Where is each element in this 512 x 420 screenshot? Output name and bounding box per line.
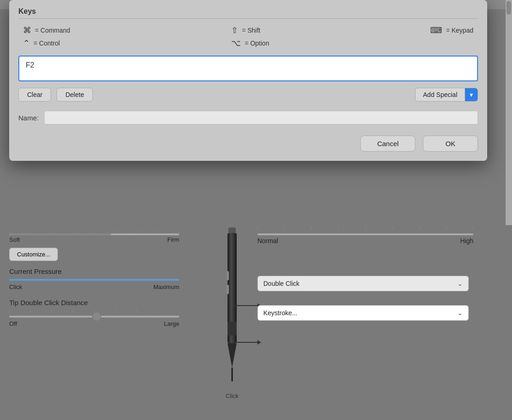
nh-tick3 xyxy=(311,226,312,229)
pen-svg xyxy=(218,225,246,391)
key-legend: ⌘ = Command ⌃ = Control ⇧ = Shift ⌥ = Op… xyxy=(18,25,478,48)
right-dropdowns-container: Double Click ⌄ Keystroke... ⌄ xyxy=(257,276,478,328)
scrollbar-thumb xyxy=(506,1,511,15)
keypad-label: = Keypad xyxy=(446,27,473,34)
nh-tick7 xyxy=(419,226,420,229)
firm-label: Firm xyxy=(167,236,179,243)
high-label: High xyxy=(460,237,473,244)
tip-tick8 xyxy=(158,310,158,313)
normal-high-section: Normal High xyxy=(257,225,483,244)
keypad-key-item: ⌨ = Keypad xyxy=(430,25,473,35)
normal-high-slider-track xyxy=(257,233,473,235)
maximum-label: Maximum xyxy=(154,284,179,290)
keystroke-dialog: Keys ⌘ = Command ⌃ = Control ⇧ = Shift ⌥… xyxy=(9,0,487,161)
large-label: Large xyxy=(164,320,179,327)
click-max-labels: Click Maximum xyxy=(9,284,179,290)
softness-section: Soft Firm Customize... Current Pressure … xyxy=(0,225,193,332)
action-btn-row: Cancel OK xyxy=(18,136,478,152)
command-icon: ⌘ xyxy=(23,25,31,35)
normal-high-labels: Normal High xyxy=(257,237,473,244)
tip-tick9 xyxy=(179,310,179,313)
command-key-item: ⌘ = Command xyxy=(23,25,70,35)
svg-marker-5 xyxy=(228,343,237,368)
shift-icon: ⇧ xyxy=(231,25,238,35)
nh-tick6 xyxy=(392,226,393,229)
delete-button[interactable]: Delete xyxy=(57,88,92,102)
current-pressure-label: Current Pressure xyxy=(9,267,184,275)
key-legend-col2: ⇧ = Shift ⌥ = Option xyxy=(231,25,269,48)
pen-click-label: Click xyxy=(226,392,239,399)
clear-button[interactable]: Clear xyxy=(18,88,51,102)
tip-tick3 xyxy=(51,310,52,313)
arrow-line-1 xyxy=(234,305,257,306)
off-label: Off xyxy=(9,320,17,327)
name-label: Name: xyxy=(18,114,39,122)
tip-tick1 xyxy=(9,310,10,313)
nh-tick2 xyxy=(284,226,285,229)
command-label: = Command xyxy=(35,27,70,34)
svg-rect-0 xyxy=(228,227,236,233)
name-row: Name: xyxy=(18,111,478,125)
ok-button[interactable]: OK xyxy=(423,136,478,152)
keystroke-label: Keystroke... xyxy=(263,309,297,317)
shift-key-item: ⇧ = Shift xyxy=(231,25,269,35)
dropdown2-chevron-icon: ⌄ xyxy=(457,309,463,317)
pressure-slider-track xyxy=(9,279,179,281)
key-legend-col3: ⌨ = Keypad xyxy=(430,25,473,48)
softness-slider-track xyxy=(9,233,179,235)
option-key-item: ⌥ = Option xyxy=(231,38,269,48)
right-scrollbar[interactable] xyxy=(506,0,512,225)
nh-tick5 xyxy=(365,226,366,229)
option-label: = Option xyxy=(245,40,269,47)
arrow-connector-2 xyxy=(234,340,261,345)
key-legend-col1: ⌘ = Command ⌃ = Control xyxy=(23,25,70,48)
tip-tick4 xyxy=(73,310,73,313)
slider-fill xyxy=(9,233,111,235)
name-input[interactable] xyxy=(44,111,478,125)
dialog-title: Keys xyxy=(18,7,478,19)
control-key-item: ⌃ = Control xyxy=(23,38,70,48)
svg-rect-4 xyxy=(228,322,237,335)
cancel-button[interactable]: Cancel xyxy=(360,136,415,152)
keystroke-input[interactable]: F2 xyxy=(18,56,478,81)
click-label: Click xyxy=(9,284,22,290)
arrow-line-2 xyxy=(234,342,257,343)
keystroke-dropdown[interactable]: Keystroke... ⌄ xyxy=(257,305,469,321)
shift-label: = Shift xyxy=(242,27,260,34)
soft-label: Soft xyxy=(9,236,20,243)
svg-rect-2 xyxy=(227,271,229,280)
tip-tick7 xyxy=(137,310,137,313)
control-icon: ⌃ xyxy=(23,38,30,48)
add-special-label: Add Special xyxy=(415,88,465,101)
keystroke-dropdown-row: Keystroke... ⌄ xyxy=(257,305,478,321)
svg-rect-3 xyxy=(227,285,229,294)
double-click-dropdown-row: Double Click ⌄ xyxy=(257,276,478,291)
tick9 xyxy=(179,231,179,233)
dialog-action-row: Clear Delete Add Special ▾ xyxy=(18,88,478,102)
arrow-head-2 xyxy=(257,340,261,345)
nh-tick4 xyxy=(338,226,339,229)
add-special-container: Add Special ▾ xyxy=(415,88,478,102)
add-special-dropdown-button[interactable]: ▾ xyxy=(465,88,478,101)
double-click-label: Double Click xyxy=(263,280,300,287)
dropdown1-chevron-icon: ⌄ xyxy=(457,280,463,287)
keypad-icon: ⌨ xyxy=(430,25,442,35)
option-icon: ⌥ xyxy=(231,38,241,48)
nh-tick9 xyxy=(473,226,473,229)
tip-tick2 xyxy=(30,310,31,313)
soft-firm-labels: Soft Firm xyxy=(9,236,179,243)
tip-slider-track xyxy=(9,316,179,318)
nh-tick8 xyxy=(446,226,446,229)
pen-illustration-container: Click xyxy=(202,225,262,418)
control-label: = Control xyxy=(34,40,60,47)
tip-slider-thumb xyxy=(92,312,101,321)
tip-dcd-label: Tip Double Click Distance xyxy=(9,299,184,306)
nh-tick-row xyxy=(257,226,473,229)
customize-button[interactable]: Customize... xyxy=(9,248,58,261)
off-large-labels: Off Large xyxy=(9,320,179,327)
double-click-dropdown[interactable]: Double Click ⌄ xyxy=(257,276,469,291)
tip-tick6 xyxy=(115,310,116,313)
